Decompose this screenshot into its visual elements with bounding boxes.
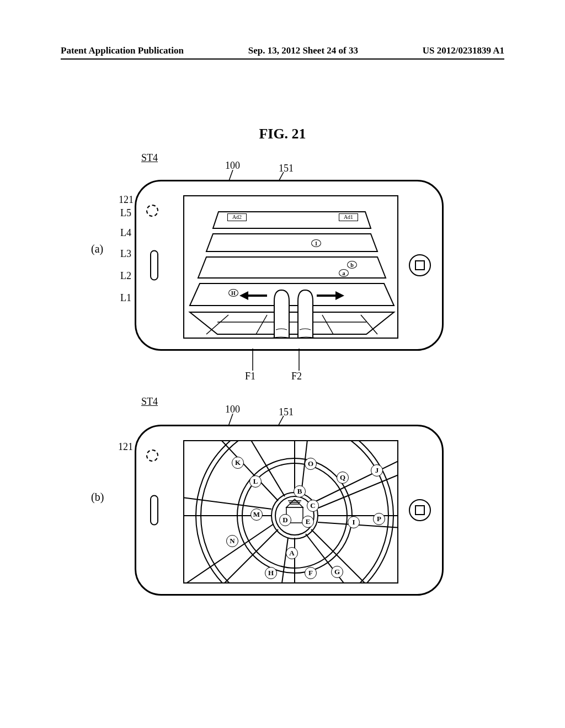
marker-b: b (347, 261, 357, 269)
marker-N: N (226, 535, 238, 547)
marker-G: G (331, 566, 343, 578)
marker-I: I (348, 516, 360, 528)
home-button-b[interactable] (409, 499, 431, 521)
header-right: US 2012/0231839 A1 (423, 45, 504, 56)
screen-b[interactable]: K O J L Q B M C D E I P N A H F G (183, 440, 398, 584)
camera-icon-b (146, 449, 158, 462)
ref-f2: F2 (291, 371, 302, 382)
screen-a[interactable]: Ad2 Ad1 1 b a H (183, 195, 398, 339)
device-shell-b: K O J L Q B M C D E I P N A H F G (135, 425, 444, 596)
header-center: Sep. 13, 2012 Sheet 24 of 33 (248, 45, 358, 56)
leader-f1 (248, 349, 259, 371)
marker-D: D (279, 514, 291, 526)
svg-line-27 (278, 538, 288, 584)
header-rule (61, 58, 504, 60)
ref-f1: F1 (245, 371, 255, 382)
st4-label-a: ST4 (141, 152, 158, 164)
ref-121-a: 121 (119, 194, 134, 206)
speaker-slot-b (150, 495, 158, 526)
fingers-icon (266, 285, 321, 339)
subfigure-a-label: (a) (91, 243, 103, 255)
marker-A: A (286, 547, 298, 559)
home-button-a[interactable] (409, 254, 431, 276)
marker-C: C (307, 500, 319, 512)
page-header: Patent Application Publication Sep. 13, … (0, 45, 565, 56)
header-left: Patent Application Publication (61, 45, 184, 56)
speaker-slot-a (150, 250, 158, 281)
marker-J: J (371, 464, 383, 477)
svg-line-33 (245, 441, 285, 496)
figure-title: FIG. 21 (0, 126, 565, 142)
leader-f2 (295, 349, 306, 371)
marker-1: 1 (311, 239, 321, 247)
device-shell-a: Ad2 Ad1 1 b a H (135, 180, 444, 351)
label-l3: L3 (109, 248, 131, 260)
st4-label-b: ST4 (141, 396, 158, 408)
ref-121-b: 121 (118, 441, 133, 453)
marker-a: a (339, 269, 349, 277)
marker-M: M (250, 508, 263, 521)
marker-H: H (228, 289, 238, 297)
marker-K: K (232, 457, 244, 469)
marker-Hb: H (265, 567, 277, 579)
ad2-box: Ad2 (227, 213, 247, 221)
subfigure-b-label: (b) (91, 491, 104, 504)
camera-icon-a (146, 205, 158, 217)
marker-P: P (373, 513, 385, 525)
label-l5: L5 (109, 207, 131, 219)
label-l2: L2 (109, 270, 131, 282)
map-svg (184, 441, 398, 584)
marker-F: F (305, 567, 317, 579)
label-l4: L4 (109, 227, 131, 239)
marker-Q: Q (337, 472, 349, 484)
ad1-box: Ad1 (339, 213, 358, 221)
marker-L: L (249, 475, 262, 488)
marker-E: E (302, 516, 314, 528)
label-l1: L1 (109, 292, 131, 304)
marker-B: B (294, 485, 306, 497)
arrow-left (239, 291, 267, 300)
marker-O: O (305, 458, 317, 470)
